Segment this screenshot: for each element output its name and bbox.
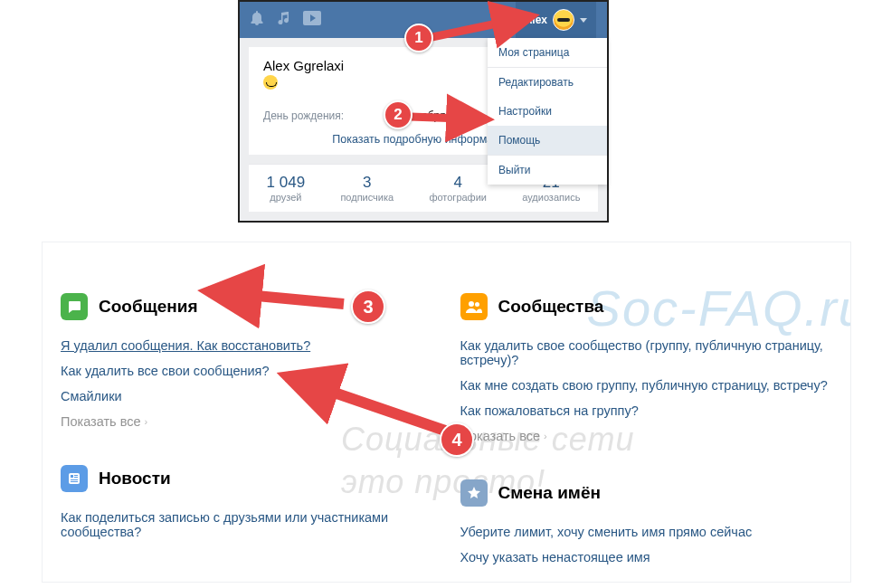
- section-communities: Сообщества Как удалить свое сообщество (…: [460, 293, 833, 449]
- menu-exit[interactable]: Выйти: [488, 155, 607, 185]
- communities-icon: [460, 293, 488, 320]
- svg-point-7: [469, 301, 474, 307]
- svg-rect-3: [74, 475, 78, 476]
- chevron-right-icon: ›: [145, 416, 148, 427]
- section-title: Сообщения: [99, 297, 198, 317]
- svg-line-10: [410, 117, 487, 119]
- chevron-down-icon: [580, 18, 587, 23]
- svg-point-8: [475, 302, 479, 307]
- topbar-left: [251, 11, 321, 29]
- svg-rect-1: [69, 473, 80, 484]
- marker-3: 3: [351, 289, 385, 324]
- chevron-right-icon: ›: [544, 431, 547, 441]
- svg-rect-6: [71, 481, 78, 482]
- help-link[interactable]: Как мне создать свою группу, публичную с…: [460, 373, 833, 398]
- play-icon[interactable]: [303, 11, 321, 29]
- marker-4: 4: [440, 422, 474, 457]
- arrow-1: [419, 12, 541, 48]
- section-names: Смена имён Уберите лимит, хочу сменить и…: [460, 479, 833, 570]
- svg-rect-4: [74, 477, 78, 478]
- stat-photos[interactable]: 4фотографии: [429, 174, 487, 203]
- section-title: Новости: [99, 469, 171, 488]
- stat-friends[interactable]: 1 049друзей: [267, 174, 306, 203]
- menu-settings[interactable]: Настройки: [488, 97, 607, 126]
- svg-rect-2: [71, 475, 73, 478]
- birthday-label: День рождения:: [263, 109, 344, 122]
- star-icon: [460, 479, 488, 507]
- help-link[interactable]: Как удалить свое сообщество (группу, пуб…: [460, 333, 833, 373]
- marker-2: 2: [384, 100, 413, 129]
- stat-followers[interactable]: 3подписчика: [340, 174, 394, 203]
- music-icon[interactable]: [278, 12, 289, 28]
- marker-1: 1: [404, 24, 433, 52]
- arrow-3: [199, 282, 353, 317]
- user-dropdown: Моя страница Редактировать Настройки Пом…: [488, 38, 607, 185]
- svg-rect-5: [71, 479, 78, 480]
- bell-icon[interactable]: [251, 11, 263, 29]
- avatar: [553, 9, 574, 31]
- messages-icon: [61, 293, 88, 320]
- menu-edit[interactable]: Редактировать: [488, 67, 607, 97]
- help-link[interactable]: Уберите лимит, хочу сменить имя прямо се…: [460, 519, 833, 545]
- show-all-link[interactable]: Показать все›: [460, 423, 833, 449]
- help-link[interactable]: Как пожаловаться на группу?: [460, 398, 833, 423]
- help-link[interactable]: Я удалил сообщения. Как восстановить?: [61, 333, 433, 358]
- svg-line-9: [423, 16, 532, 39]
- section-title: Сообщества: [498, 297, 604, 317]
- arrow-2: [405, 103, 496, 130]
- news-icon: [61, 465, 88, 492]
- help-link[interactable]: Как поделиться записью с друзьями или уч…: [61, 505, 433, 545]
- section-title: Смена имён: [498, 483, 601, 503]
- arrow-4: [273, 367, 454, 440]
- profile-status-emoji: [263, 75, 278, 90]
- section-news: Новости Как поделиться записью с друзьям…: [61, 465, 433, 545]
- help-link[interactable]: Хочу указать ненастоящее имя: [460, 545, 833, 570]
- svg-line-12: [287, 376, 445, 431]
- menu-help[interactable]: Помощь: [488, 126, 607, 155]
- svg-line-11: [208, 291, 344, 304]
